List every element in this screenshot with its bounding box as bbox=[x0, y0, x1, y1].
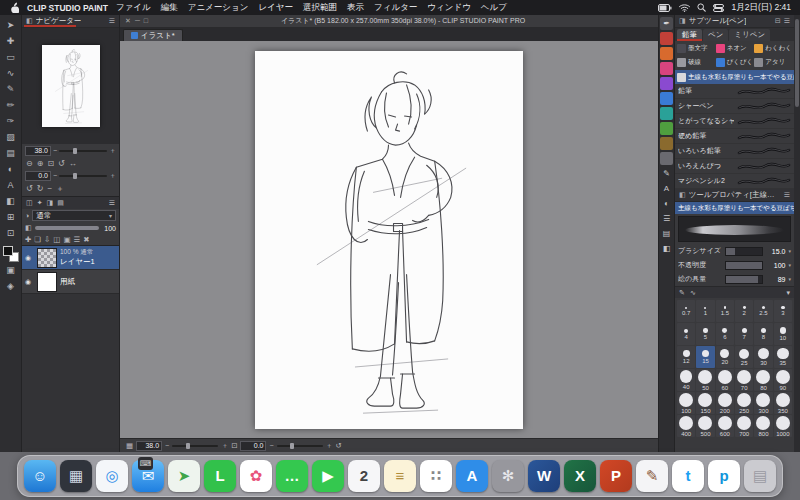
visibility-icon[interactable]: ◉ bbox=[25, 278, 34, 286]
zoom-out-icon[interactable]: − bbox=[53, 146, 57, 156]
subtool-item[interactable]: マジペンシル2 bbox=[675, 174, 794, 189]
reset-rotation-icon[interactable]: ↺ bbox=[336, 441, 342, 450]
brush-size-cell[interactable]: 100 bbox=[677, 392, 695, 414]
subtool-item[interactable]: とがってなるシャーペン bbox=[675, 114, 794, 129]
menu-item[interactable]: レイヤー bbox=[258, 2, 293, 14]
dock-item[interactable]: P bbox=[600, 460, 632, 492]
dock-item[interactable]: ▤ bbox=[744, 460, 776, 492]
subtool-item[interactable]: 破線 bbox=[677, 56, 715, 69]
subtool-group-icon[interactable]: ✒ bbox=[660, 17, 673, 30]
brush-size-cell[interactable]: 70 bbox=[735, 369, 753, 391]
blend-mode-select[interactable]: 通常 ▾ bbox=[32, 210, 116, 221]
brush-size-cell[interactable]: 250 bbox=[735, 392, 753, 414]
dock-item[interactable]: p bbox=[708, 460, 740, 492]
navigator-view-icon[interactable]: ⊖ bbox=[26, 159, 33, 168]
dock-item[interactable]: … bbox=[276, 460, 308, 492]
subtool-group-icon[interactable] bbox=[660, 92, 673, 105]
subtool-item[interactable]: 墨文字 bbox=[677, 42, 715, 55]
dock-item[interactable]: ≡ bbox=[384, 460, 416, 492]
brush-size-cell[interactable]: 7 bbox=[735, 323, 753, 345]
brush-size-cell[interactable]: 400 bbox=[677, 415, 695, 437]
tool-button[interactable]: ⊡ bbox=[2, 226, 19, 241]
canvas-viewport[interactable] bbox=[120, 41, 658, 438]
fit-icon[interactable]: ▦ bbox=[126, 441, 133, 450]
navigator-rotate-icon[interactable]: ↺ bbox=[26, 184, 33, 193]
subtool-item[interactable]: いろえんぴつ bbox=[675, 159, 794, 174]
layer-command-icon[interactable]: ❏ bbox=[34, 235, 41, 244]
brush-size-cell[interactable]: 1000 bbox=[774, 415, 792, 437]
menu-item[interactable]: ウィンドウ bbox=[427, 2, 471, 14]
canvas-rotate-slider[interactable] bbox=[277, 445, 323, 447]
brush-size-cell[interactable]: 500 bbox=[696, 415, 714, 437]
layer-command-icon[interactable]: ◫ bbox=[53, 235, 60, 244]
subtool-group-icon[interactable]: A bbox=[660, 182, 673, 195]
window-control-icon[interactable]: ✕ bbox=[125, 17, 131, 25]
dock-item[interactable]: ▶ bbox=[312, 460, 344, 492]
dock-item[interactable]: ✿ bbox=[240, 460, 272, 492]
canvas-page[interactable] bbox=[255, 51, 523, 429]
wifi-icon[interactable] bbox=[679, 4, 690, 12]
panel-menu-icon[interactable]: ▾ bbox=[786, 289, 790, 297]
subtool-group-icon[interactable]: ◐ bbox=[660, 197, 673, 210]
brush-size-cell[interactable]: 8 bbox=[754, 323, 772, 345]
tool-button[interactable]: ▣ bbox=[2, 263, 19, 278]
subtool-group-icon[interactable] bbox=[660, 32, 673, 45]
navigator-thumbnail[interactable] bbox=[42, 45, 100, 127]
scrollbar[interactable] bbox=[794, 15, 800, 452]
subtool-group-icon[interactable]: ✎ bbox=[660, 167, 673, 180]
subtool-group-icon[interactable]: ◧ bbox=[660, 242, 673, 255]
menu-item[interactable]: 編集 bbox=[161, 2, 178, 14]
canvas-rotate-right-icon[interactable]: ＋ bbox=[326, 441, 333, 451]
menu-item[interactable]: ヘルプ bbox=[481, 2, 507, 14]
brush-size-cell[interactable]: 300 bbox=[754, 392, 772, 414]
subtool-item[interactable]: アタリ bbox=[754, 56, 792, 69]
layer-tab-icon[interactable]: ▤ bbox=[57, 199, 64, 207]
panel-menu-icon[interactable]: ☰ bbox=[784, 17, 790, 25]
brush-size-cell[interactable]: 3 bbox=[774, 300, 792, 322]
zoom-in-icon[interactable]: ＋ bbox=[109, 146, 116, 156]
app-name[interactable]: CLIP STUDIO PAINT bbox=[27, 3, 108, 13]
navigator-preview[interactable] bbox=[22, 28, 119, 144]
document-tab[interactable]: イラスト* bbox=[123, 29, 183, 41]
brush-size-cell[interactable]: 15 bbox=[696, 346, 714, 368]
layer-thumbnail[interactable] bbox=[37, 272, 57, 292]
navigator-rotate-icon[interactable]: − bbox=[47, 184, 52, 193]
brush-size-cell[interactable]: 4 bbox=[677, 323, 695, 345]
layer-command-icon[interactable]: ✚ bbox=[25, 235, 31, 244]
dock-item[interactable]: ☺ bbox=[24, 460, 56, 492]
canvas-zoom-slider[interactable] bbox=[172, 445, 218, 447]
brush-size-cell[interactable]: 20 bbox=[716, 346, 734, 368]
layer-command-icon[interactable]: ⇩ bbox=[44, 235, 50, 244]
tool-button[interactable]: ✑ bbox=[2, 114, 19, 129]
brush-size-cell[interactable]: 700 bbox=[735, 415, 753, 437]
navigator-rotate-value[interactable]: 0.0 bbox=[25, 171, 51, 181]
menu-item[interactable]: アニメーション bbox=[188, 2, 249, 14]
chevron-down-icon[interactable]: ▾ bbox=[788, 248, 791, 254]
search-icon[interactable] bbox=[697, 3, 706, 12]
dock-item[interactable]: ∷ bbox=[420, 460, 452, 492]
tool-button[interactable]: ∿ bbox=[2, 66, 19, 81]
foreground-color[interactable] bbox=[3, 246, 13, 256]
tool-button[interactable]: ✎ bbox=[2, 82, 19, 97]
menu-item[interactable]: 選択範囲 bbox=[303, 2, 337, 14]
brush-size-cell[interactable]: 5 bbox=[696, 323, 714, 345]
subtool-group-icon[interactable] bbox=[660, 107, 673, 120]
dock-item[interactable]: 2 bbox=[348, 460, 380, 492]
subtool-group-icon[interactable] bbox=[660, 77, 673, 90]
panel-menu-icon[interactable]: ☰ bbox=[784, 191, 790, 199]
subtool-item[interactable]: シャーペン bbox=[675, 99, 794, 114]
zoom-slider[interactable] bbox=[59, 150, 107, 152]
brush-size-cell[interactable]: 350 bbox=[774, 392, 792, 414]
subtool-item[interactable]: わくわく bbox=[754, 42, 792, 55]
rotate-slider[interactable] bbox=[59, 175, 107, 177]
collapse-icon[interactable]: ⊟ bbox=[775, 17, 781, 25]
subtool-group-icon[interactable] bbox=[660, 137, 673, 150]
apple-menu-icon[interactable] bbox=[9, 2, 19, 13]
tool-button[interactable]: ⊞ bbox=[2, 210, 19, 225]
brush-size-cell[interactable]: 800 bbox=[754, 415, 772, 437]
brush-size-cell[interactable]: 35 bbox=[774, 346, 792, 368]
navigator-view-icon[interactable]: ↔ bbox=[69, 159, 77, 168]
brush-size-cell[interactable]: 2.5 bbox=[754, 300, 772, 322]
brush-size-cell[interactable]: 200 bbox=[716, 392, 734, 414]
dock-item[interactable]: ▦ bbox=[60, 460, 92, 492]
